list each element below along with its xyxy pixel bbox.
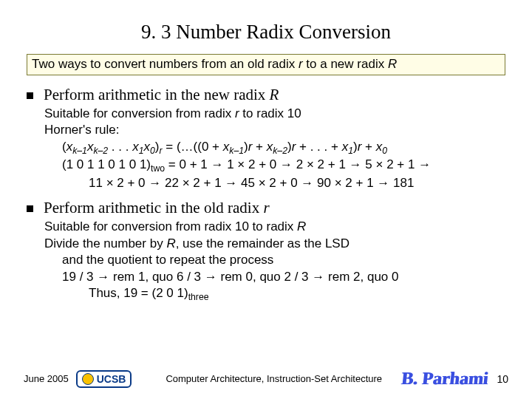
- b1-l1a: Suitable for conversion from radix: [44, 106, 235, 120]
- b1-line2: Horner's rule:: [44, 122, 505, 138]
- b1-l4c: 1 × 2 + 0: [223, 157, 280, 171]
- arrow-icon: →: [312, 270, 324, 284]
- b1-l4a: (1 0 1 1 0 1 0 1): [62, 157, 151, 171]
- footer-mid: Computer Architecture, Instruction-Set A…: [146, 373, 401, 384]
- b2-l1R: R: [297, 219, 306, 233]
- b2-l2a: Divide the number by: [44, 236, 166, 250]
- bullet-dot-icon: [27, 205, 33, 212]
- b2-three: three: [188, 293, 209, 303]
- intro-box: Two ways to convert numbers from an old …: [27, 54, 505, 75]
- b1-l4b: = 0 + 1: [165, 157, 211, 171]
- b2-l4a: 19 / 3: [62, 270, 97, 284]
- b1-tail: + . . . +: [296, 140, 341, 154]
- b1-s1: 1: [139, 146, 144, 156]
- arrow-icon: →: [349, 157, 362, 171]
- block-2: Suitable for conversion from radix 10 to…: [44, 219, 505, 303]
- b2-l2b: , use the remainder as the LSD: [176, 236, 349, 250]
- page-number: 10: [497, 373, 508, 385]
- b1-line1: Suitable for conversion from radix r to …: [44, 106, 505, 122]
- arrow-icon: →: [301, 176, 313, 190]
- bullet-1-text: Perform arithmetic in the new radix R: [44, 86, 279, 104]
- b1-plus1: +: [252, 140, 266, 154]
- b2-line5: Thus, 19 = (2 0 1)three: [44, 285, 505, 304]
- b1-line5: 11 × 2 + 0 → 22 × 2 + 1 → 45 × 2 + 0 → 9…: [44, 175, 505, 191]
- b1-l5a: 11 × 2 + 0: [89, 176, 149, 190]
- b2-l5a: Thus, 19 = (2 0 1): [89, 286, 188, 300]
- b1-l4e: 5 × 2 + 1: [362, 157, 419, 171]
- b1-sk2: k–2: [93, 146, 108, 156]
- slide-title: 9. 3 Number Radix Conversion: [0, 0, 532, 54]
- b1-x6: x: [267, 140, 273, 154]
- block-1: Suitable for conversion from radix r to …: [44, 106, 505, 191]
- b2-l1a: Suitable for conversion from radix 10 to…: [44, 219, 297, 233]
- b1-l5b: 22 × 2 + 1: [161, 176, 225, 190]
- b1-x5: x: [223, 140, 230, 154]
- footer: June 2005 UCSB Computer Architecture, In…: [0, 369, 532, 389]
- arrow-icon: →: [225, 176, 237, 190]
- bullet-2-pre: Perform arithmetic in the old radix: [44, 199, 263, 216]
- b1-l1b: to radix 10: [239, 106, 301, 120]
- author-signature: B. Parhami: [400, 369, 489, 389]
- b1-line4: (1 0 1 1 0 1 0 1)two = 0 + 1 → 1 × 2 + 0…: [44, 157, 505, 175]
- b1-sk1: k–1: [72, 146, 87, 156]
- arrow-icon: →: [205, 270, 217, 284]
- arrow-icon: →: [211, 157, 223, 171]
- bullet-1-pre: Perform arithmetic in the new radix: [44, 86, 270, 103]
- intro-text-a: Two ways to convert numbers from an old …: [32, 57, 299, 71]
- b1-s0: 0: [150, 146, 155, 156]
- bullet-1-r: R: [270, 86, 279, 103]
- b2-line1: Suitable for conversion from radix 10 to…: [44, 219, 505, 235]
- b1-sk1b: k–1: [229, 146, 244, 156]
- b2-l2R: R: [166, 236, 175, 250]
- b1-l5d: 90 × 2 + 1: [313, 176, 377, 190]
- b1-sx1: 1: [348, 146, 353, 156]
- intro-big-r: R: [388, 57, 397, 71]
- intro-text-b: to a new radix: [303, 57, 388, 71]
- b1-plus2: +: [361, 140, 375, 154]
- arrow-icon: →: [97, 270, 109, 284]
- arrow-icon: →: [418, 157, 431, 171]
- b2-l4b: rem 1, quo 6 / 3: [109, 270, 205, 284]
- b1-x4: x: [144, 140, 151, 154]
- b1-sk2b: k–2: [273, 146, 287, 156]
- b2-line3: and the quotient to repeat the process: [44, 252, 505, 268]
- b1-l5c: 45 × 2 + 0: [237, 176, 301, 190]
- bullet-dot-icon: [27, 92, 33, 99]
- b1-two: two: [151, 164, 165, 174]
- bullet-2: Perform arithmetic in the old radix r: [27, 199, 505, 217]
- arrow-icon: →: [149, 176, 161, 190]
- b1-x3: x: [132, 140, 139, 154]
- b2-line2: Divide the number by R, use the remainde…: [44, 236, 505, 252]
- ucsb-logo: UCSB: [76, 370, 132, 388]
- sun-icon: [82, 373, 94, 385]
- b2-l4c: rem 0, quo 2 / 3: [217, 270, 313, 284]
- b1-x7: x: [342, 140, 349, 154]
- bullet-2-text: Perform arithmetic in the old radix r: [44, 199, 270, 217]
- b1-l5e: 181: [389, 176, 414, 190]
- bullet-2-r: r: [263, 199, 269, 216]
- b1-eq: = (…((0 +: [163, 140, 223, 154]
- b1-x1: x: [66, 140, 73, 154]
- arrow-icon: →: [280, 157, 293, 171]
- b1-l4d: 2 × 2 + 1: [293, 157, 349, 171]
- bullet-1: Perform arithmetic in the new radix R: [27, 86, 505, 104]
- b2-l4d: rem 2, quo 0: [324, 270, 398, 284]
- b1-dots: . . .: [108, 140, 132, 154]
- arrow-icon: →: [377, 176, 389, 190]
- footer-date: June 2005: [24, 373, 69, 384]
- b1-x8: x: [376, 140, 383, 154]
- b1-sx0: 0: [382, 146, 387, 156]
- logo-text: UCSB: [97, 373, 126, 385]
- b2-line4: 19 / 3 → rem 1, quo 6 / 3 → rem 0, quo 2…: [44, 269, 505, 285]
- b1-line3: (xk–1xk–2 . . . x1x0)r = (…((0 + xk–1)r …: [44, 139, 505, 157]
